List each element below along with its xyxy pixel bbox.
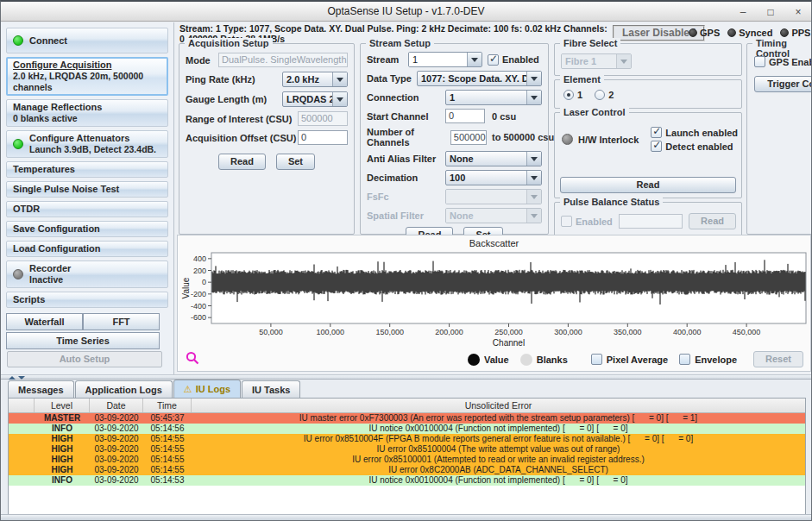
chevron-down-icon: [616, 54, 631, 68]
decimation-select[interactable]: 100: [445, 170, 542, 185]
stream-value[interactable]: 1: [409, 53, 467, 66]
num-channels-field[interactable]: 500000: [450, 130, 487, 145]
checkbox-icon[interactable]: [488, 54, 499, 66]
spatial-filter-label: Spatial Filter: [367, 210, 445, 221]
stream-enabled-checkbox[interactable]: Enabled: [488, 54, 539, 66]
checkbox-icon[interactable]: [754, 56, 765, 67]
log-message: IU notice 0x00100004 (Function not imple…: [192, 424, 805, 434]
stream-select[interactable]: 1: [408, 52, 482, 67]
acquisition-offset-field[interactable]: 0: [298, 130, 348, 145]
chevron-down-icon[interactable]: [332, 92, 347, 106]
gauge-length-select[interactable]: LRQDAS 20m: [282, 91, 348, 107]
interlock-label: H/W Interlock: [578, 135, 639, 145]
chevron-down-icon[interactable]: [526, 72, 541, 85]
blanks-dot-icon: [520, 354, 532, 366]
sidebar-item-sublabel: Launch 3.9dB, Detect 23.4dB.: [29, 144, 156, 155]
sidebar-item-load-configuration[interactable]: Load Configuration: [6, 241, 168, 257]
chart-title: Backscatter: [178, 235, 810, 249]
detect-enabled-checkbox[interactable]: Detect enabled: [651, 141, 738, 152]
sidebar-item-manage-reflections[interactable]: Manage Reflections 0 blanks active: [6, 99, 168, 127]
sidebar-item-recorder[interactable]: Recorder Inactive: [6, 260, 168, 288]
chevron-down-icon[interactable]: [526, 91, 541, 104]
anti-alias-value: None: [446, 152, 526, 166]
envelope-checkbox[interactable]: Envelope: [679, 354, 737, 365]
backscatter-plot[interactable]: 4002000-200-400-60050,000100,000150,0002…: [180, 249, 809, 348]
log-message: IU error 0x8C2000AB (ADC_DATA_CHANNEL_SE…: [192, 465, 805, 475]
checkbox-icon[interactable]: [679, 354, 690, 365]
indicator-label: GPS: [700, 28, 720, 38]
launch-enabled-checkbox[interactable]: Launch enabled: [651, 127, 738, 138]
table-row[interactable]: INFO 03-09-2020 05:14:56 IU notice 0x001…: [9, 424, 805, 434]
sidebar-item-otdr[interactable]: OTDR: [6, 201, 168, 217]
chevron-down-icon: [526, 190, 541, 204]
acquisition-set-button[interactable]: Set: [276, 154, 315, 170]
table-row[interactable]: HIGH 03-09-2020 05:14:55 IU error 0x8510…: [9, 434, 805, 444]
zoom-icon[interactable]: [186, 351, 200, 366]
checkbox-icon[interactable]: [651, 141, 662, 152]
element-radio-1[interactable]: 1: [563, 90, 582, 100]
tab-iu-tasks[interactable]: IU Tasks: [242, 380, 300, 398]
sidebar-item-configure-attenuators[interactable]: Configure Attenuators Launch 3.9dB, Dete…: [6, 130, 168, 158]
fsfc-value: [446, 190, 526, 204]
log-date: 03-09-2020: [90, 465, 143, 475]
log-time: 05:14:53: [143, 475, 192, 486]
time-series-button[interactable]: Time Series: [6, 332, 160, 349]
laser-read-button[interactable]: Read: [560, 177, 736, 193]
value-toggle[interactable]: Value: [468, 354, 509, 366]
log-time: 05:45:37: [143, 413, 192, 424]
log-message: IU error 0x8510004F (FPGA B module repor…: [192, 434, 805, 444]
acquisition-offset-label: Acquisition Offset (CSU): [186, 133, 298, 143]
ping-rate-select[interactable]: 2.0 kHz: [282, 72, 348, 87]
acquisition-read-button[interactable]: Read: [218, 154, 266, 170]
sidebar-item-sublabel: 0 blanks active: [13, 113, 102, 124]
tab-iu-logs[interactable]: ⚠ IU Logs: [173, 380, 241, 398]
table-row[interactable]: HIGH 03-09-2020 05:14:55 IU error 0x8510…: [9, 455, 805, 465]
chevron-down-icon[interactable]: [526, 152, 541, 166]
waterfall-button[interactable]: Waterfall: [6, 313, 83, 330]
group-title: Element: [560, 74, 604, 85]
data-type-select[interactable]: 1077: Scope Data. XY. Dual P...: [417, 71, 542, 86]
indicator-dot-icon: [780, 28, 789, 37]
sidebar-item-label: Recorder: [29, 263, 71, 274]
bottom-tab-bar: Messages Application Logs ⚠ IU Logs IU T…: [1, 380, 812, 398]
svg-text:Value: Value: [181, 277, 191, 298]
sidebar-item-save-configuration[interactable]: Save Configuration: [6, 221, 168, 237]
connection-select[interactable]: 1: [445, 90, 542, 105]
log-level: MASTER: [35, 413, 90, 424]
decimation-label: Decimation: [367, 173, 445, 183]
maximize-icon[interactable]: □: [765, 6, 777, 18]
minimize-icon[interactable]: –: [737, 6, 749, 18]
table-row[interactable]: HIGH 03-09-2020 05:14:55 IU error 0x8510…: [9, 444, 805, 455]
element-radio-2[interactable]: 2: [595, 90, 614, 100]
tab-label: Application Logs: [85, 385, 162, 395]
tab-messages[interactable]: Messages: [8, 380, 74, 398]
sidebar-item-connect[interactable]: Connect: [6, 28, 168, 53]
table-row[interactable]: MASTER 03-09-2020 05:45:37 IU master err…: [9, 413, 805, 424]
table-row[interactable]: HIGH 03-09-2020 05:14:55 IU error 0x8C20…: [9, 465, 805, 475]
header-icon-column: [9, 399, 35, 412]
fft-button[interactable]: FFT: [83, 313, 160, 330]
anti-alias-select[interactable]: None: [445, 151, 542, 166]
trigger-control-button[interactable]: Trigger Control: [754, 76, 812, 92]
chevron-down-icon[interactable]: [332, 72, 347, 86]
fibre-value: Fibre 1: [562, 54, 616, 68]
status-indicators: GPS Synced PPS T1: [689, 28, 812, 38]
checkbox-icon[interactable]: [651, 127, 662, 138]
table-row[interactable]: INFO 03-09-2020 05:14:53 IU notice 0x001…: [9, 475, 805, 486]
start-channel-field[interactable]: 0: [445, 109, 485, 123]
roi-label: Range of Interest (CSU): [186, 114, 298, 124]
checkbox-icon[interactable]: [591, 354, 602, 365]
blanks-toggle[interactable]: Blanks: [520, 354, 568, 366]
sidebar-item-single-pulse-noise-test[interactable]: Single Pulse Noise Test: [6, 181, 168, 198]
sidebar-item-configure-acquisition[interactable]: Configure Acquisition 2.0 kHz, LRQDAS 20…: [6, 57, 168, 96]
chevron-down-icon[interactable]: [526, 171, 541, 185]
chevron-down-icon[interactable]: [467, 53, 482, 66]
sidebar-item-scripts[interactable]: Scripts: [6, 292, 168, 308]
window-controls: – □ ×: [737, 2, 804, 22]
interlock-dot-icon: [562, 134, 573, 145]
key-icon: [9, 475, 35, 486]
pixel-average-checkbox[interactable]: Pixel Average: [591, 354, 668, 365]
tab-application-logs[interactable]: Application Logs: [75, 380, 173, 398]
close-icon[interactable]: ×: [792, 6, 804, 18]
sidebar-item-temperatures[interactable]: Temperatures: [6, 161, 168, 178]
